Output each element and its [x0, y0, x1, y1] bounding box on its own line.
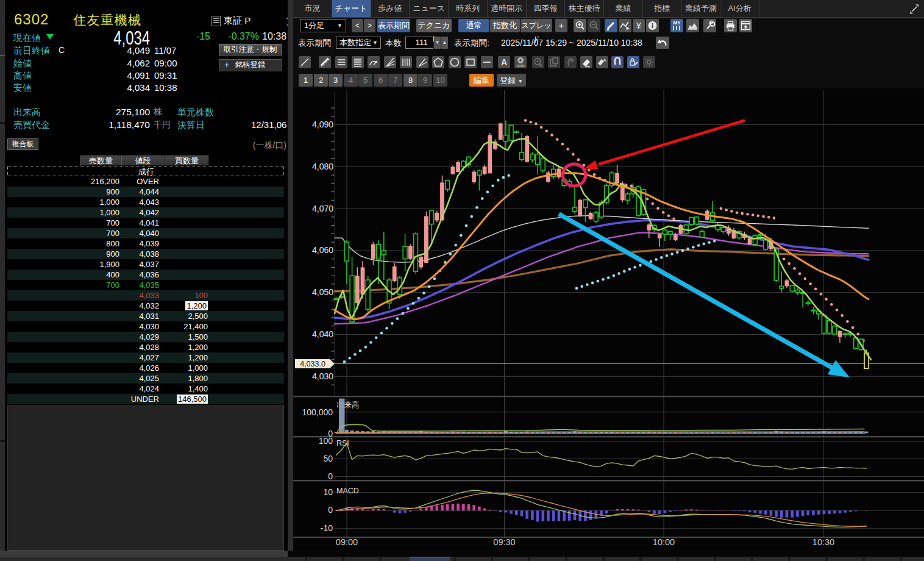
svg-text:MY: MY — [673, 20, 681, 26]
svg-text:100,000: 100,000 — [302, 407, 333, 417]
svg-text:09:30: 09:30 — [493, 537, 515, 547]
svg-text:09:00: 09:00 — [336, 537, 358, 547]
svg-text:4,033.0: 4,033.0 — [300, 360, 325, 368]
svg-text:i: i — [652, 22, 653, 29]
svg-text:4,090: 4,090 — [312, 120, 333, 129]
svg-text:4,070: 4,070 — [312, 204, 333, 213]
svg-text:4,030: 4,030 — [312, 371, 333, 381]
svg-text:A: A — [501, 57, 507, 67]
svg-text:100: 100 — [319, 436, 333, 446]
svg-text:4,060: 4,060 — [312, 245, 333, 255]
svg-text:10:00: 10:00 — [653, 537, 675, 547]
svg-text:4,050: 4,050 — [312, 287, 333, 297]
svg-text:0: 0 — [328, 471, 333, 481]
svg-text:10: 10 — [323, 487, 333, 497]
svg-text:-10: -10 — [321, 523, 333, 533]
svg-text:10:30: 10:30 — [812, 537, 834, 547]
svg-text:0: 0 — [328, 505, 333, 515]
svg-text:MACD: MACD — [336, 487, 359, 495]
svg-text:ICON: ICON — [516, 64, 524, 68]
svg-text:4,080: 4,080 — [312, 162, 333, 171]
svg-text:A: A — [603, 58, 606, 62]
svg-text:50: 50 — [323, 454, 333, 463]
svg-text:4,040: 4,040 — [312, 329, 333, 339]
